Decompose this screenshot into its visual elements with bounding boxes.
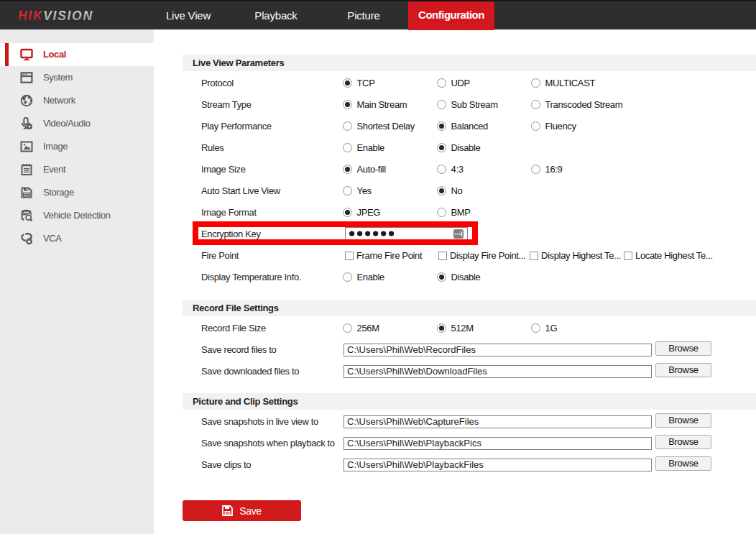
svg-text:HIKVISION: HIKVISION xyxy=(18,9,93,23)
